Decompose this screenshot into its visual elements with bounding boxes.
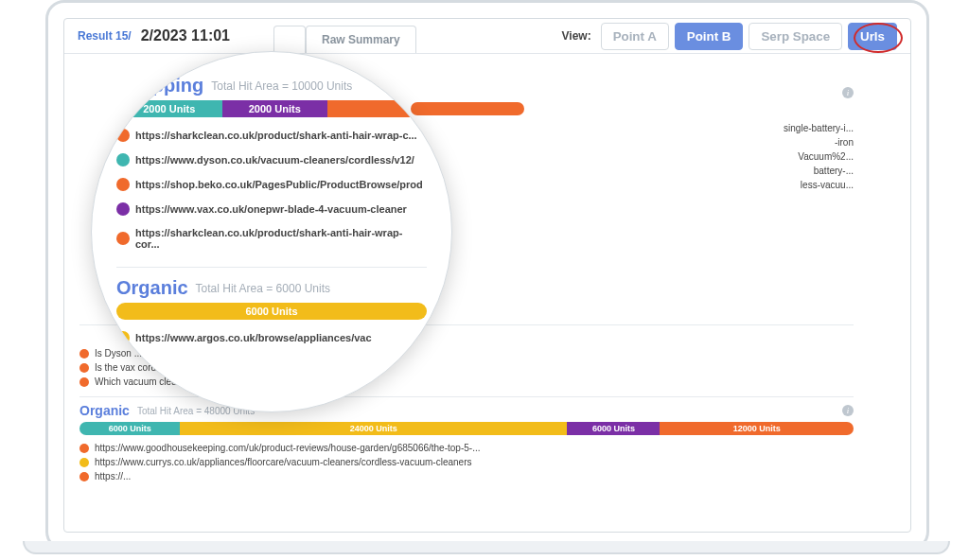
url-text: https://sharkclean.co.uk/product/shark-a…	[135, 130, 417, 141]
url-line[interactable]: https://...	[79, 469, 854, 483]
url-text: https://www.vax.co.uk/onepwr-blade-4-vac…	[135, 203, 407, 215]
url-text: https://www.currys.co.uk/appliances/floo…	[95, 457, 472, 467]
result-date: 2/2023 11:01	[141, 27, 230, 44]
color-dot-icon	[116, 202, 130, 216]
magnifier-lens: Shopping Total Hit Area = 10000 Units 20…	[91, 51, 452, 412]
results-header: Result 15/ 2/2023 11:01 Raw Summary View…	[64, 19, 910, 54]
shopping-bar-bg	[411, 102, 524, 115]
url-line[interactable]: https://shop.beko.co.uk/PagesPublic/Prod…	[116, 172, 427, 197]
url-tail: less-vacuu...	[411, 178, 854, 192]
color-dot-icon	[116, 232, 130, 245]
url-tail: -iron	[411, 135, 854, 149]
url-line[interactable]: https://www.goodhousekeeping.com/uk/prod…	[79, 441, 854, 455]
result-count: Result 15/	[78, 29, 132, 43]
info-icon[interactable]: i	[842, 405, 854, 416]
url-line[interactable]: https://www.argos.co.uk/browse/appliance…	[116, 325, 427, 350]
url-tail: Vacuum%2...	[411, 149, 854, 164]
url-tail: battery-...	[411, 164, 854, 178]
laptop-base	[23, 541, 950, 554]
organic2-title: Organic	[79, 403, 130, 418]
bar-segment: 6000 Units	[116, 303, 427, 320]
tabset: Raw Summary	[273, 20, 416, 53]
organic2-bar: 6000 Units24000 Units6000 Units12000 Uni…	[79, 422, 854, 435]
view-label: View:	[562, 29, 591, 43]
url-text: https://www.dyson.co.uk/vacuum-cleaners/…	[135, 154, 414, 166]
bar-segment: 24000 Units	[180, 422, 567, 435]
view-serp-space-button[interactable]: Serp Space	[749, 23, 842, 50]
url-tail-list: single-battery-i...-ironVacuum%2...batte…	[411, 121, 854, 192]
tab-raw-summary[interactable]: Raw Summary	[306, 26, 416, 53]
view-point-b-button[interactable]: Point B	[675, 23, 744, 50]
info-icon[interactable]: i	[842, 87, 854, 98]
color-dot-icon	[79, 377, 89, 387]
color-dot-icon	[116, 153, 130, 166]
color-dot-icon	[116, 178, 130, 191]
view-controls: View: Point A Point B Serp Space Urls	[562, 23, 897, 50]
color-dot-icon	[79, 458, 89, 467]
url-text: https://...	[95, 471, 131, 481]
tab-blank[interactable]	[273, 26, 306, 53]
view-point-a-button[interactable]: Point A	[601, 23, 669, 50]
bar-segment: 2000 Units	[222, 100, 328, 117]
url-text: https://www.goodhousekeeping.com/uk/prod…	[95, 443, 480, 453]
url-line[interactable]: https://www.dyson.co.uk/vacuum-cleaners/…	[116, 148, 427, 172]
url-line[interactable]: https://www.currys.co.uk/appliances/floo…	[79, 455, 854, 469]
mag-shopping-sub: Total Hit Area = 10000 Units	[211, 79, 352, 93]
bar-segment: 6000 Units	[567, 422, 660, 435]
bar-segment: 6000 Units	[79, 422, 180, 435]
url-line[interactable]: https://www.vax.co.uk/onepwr-blade-4-vac…	[116, 197, 427, 221]
view-urls-button[interactable]: Urls	[848, 23, 897, 50]
color-dot-icon	[79, 363, 89, 373]
url-tail: single-battery-i...	[411, 121, 854, 135]
bar-segment: 12000 Units	[660, 422, 854, 435]
mag-organic-title: Organic	[116, 277, 188, 299]
organic-bottom-section: Organic Total Hit Area = 48000 Units i 6…	[79, 396, 854, 483]
mag-organic-sub: Total Hit Area = 6000 Units	[196, 282, 330, 295]
color-dot-icon	[79, 444, 89, 453]
color-dot-icon	[79, 349, 89, 359]
url-text: https://www.argos.co.uk/browse/appliance…	[135, 332, 372, 343]
mag-shopping-bar: 2000 Units2000 Units	[116, 100, 427, 117]
url-text: https://shop.beko.co.uk/PagesPublic/Prod…	[135, 179, 423, 190]
url-line[interactable]: https://sharkclean.co.uk/product/shark-a…	[116, 221, 427, 255]
url-line[interactable]: https://sharkclean.co.uk/product/shark-a…	[116, 123, 427, 148]
color-dot-icon	[79, 472, 89, 481]
mag-organic-bar: 6000 Units	[116, 303, 427, 320]
url-text: https://sharkclean.co.uk/product/shark-a…	[135, 227, 427, 250]
